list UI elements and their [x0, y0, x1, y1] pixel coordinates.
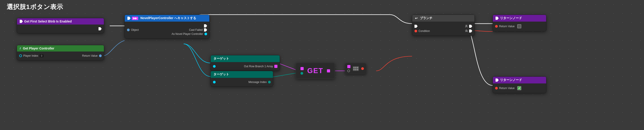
node-body: 真 Condition 偽: [412, 22, 474, 36]
get-out-pin: [327, 69, 330, 73]
player-index-row: Player Index 0 Return Value: [19, 54, 102, 57]
return-value-label: Return Value: [82, 54, 98, 57]
true-pin: [469, 25, 472, 28]
target-node-1: ターゲット Out Row Branch 1 Array: [210, 55, 280, 71]
message-index-pin: [268, 81, 271, 83]
node-title: ターゲット: [214, 73, 229, 77]
checkmark: ✓: [518, 87, 520, 90]
exec-row: 真: [414, 24, 472, 28]
false-pin: [469, 29, 472, 33]
get-right-pins: [327, 69, 330, 73]
branch-icon: ↩: [415, 16, 418, 20]
get-node: GET: [296, 62, 335, 79]
array-index-node: [345, 63, 366, 74]
node-header: ターゲット: [211, 55, 280, 62]
array-in-pin: [347, 65, 350, 68]
array-out-pin: [361, 67, 364, 70]
array-node-content: [347, 65, 364, 72]
exec-in-pin: [496, 17, 499, 20]
out-row-label: Out Row Branch 1 Array: [244, 65, 273, 68]
target-pin: [213, 65, 216, 68]
target-node-2: ターゲット Message Index: [210, 71, 273, 87]
get-left-pins: [300, 67, 304, 75]
player-index-label: Player Index: [23, 54, 38, 57]
node-title: Get Player Controller: [23, 47, 54, 50]
cast-badge: ▶▶: [132, 17, 138, 20]
exec-in-pin: [414, 25, 418, 28]
node-header: ↩ ブランチ: [412, 15, 474, 22]
node-title: NovelPlayerController へキャストする: [140, 16, 196, 20]
node-body: Return Value ✓: [493, 83, 546, 93]
function-icon: f: [20, 47, 20, 50]
node-body: Message Index: [211, 78, 273, 86]
return-value-checkbox-true: ✓: [517, 86, 521, 90]
get-label: GET: [307, 67, 323, 75]
return-label: Return Value: [499, 87, 514, 90]
return-pin: [495, 87, 498, 90]
node-body: Out Row Branch 1 Array: [211, 62, 280, 71]
return-row: Return Value ✓: [495, 86, 544, 90]
cast-node: ▶▶ NovelPlayerController へキャストする Object …: [124, 15, 210, 38]
player-index-value: 0: [40, 54, 44, 57]
node-body: Return Value: [493, 22, 546, 31]
player-index-pin: [19, 54, 22, 57]
node-header: f Get Player Controller: [17, 45, 104, 51]
true-label: 真: [465, 24, 468, 28]
get-content: GET: [300, 67, 330, 75]
array-index-pin: [347, 70, 350, 72]
cast-failed-pin: [204, 28, 207, 31]
target-row: Message Index: [213, 81, 271, 84]
node-body: [17, 25, 104, 33]
return-value-pin: [99, 54, 102, 57]
object-label: Object: [131, 28, 139, 31]
exec-out-row: [19, 27, 102, 30]
node-header: リターンノード: [493, 77, 546, 83]
out-row-pin: [274, 65, 278, 68]
node-title: ブランチ: [420, 16, 432, 20]
exec-row: [127, 24, 207, 27]
array-left-pins: [347, 65, 350, 72]
as-novel-row: As Novel Player Controller: [127, 32, 207, 36]
return-node-2: リターンノード Return Value ✓: [493, 77, 546, 93]
return-label: Return Value: [499, 25, 514, 28]
condition-label: Condition: [418, 29, 430, 33]
as-novel-label: As Novel Player Controller: [172, 32, 203, 36]
exec-out-pin: [204, 24, 207, 27]
get-in-pin-2: [300, 72, 303, 75]
condition-row: Condition 偽: [414, 29, 472, 33]
get-in-pin-1: [300, 67, 304, 70]
message-index-label: Message Index: [248, 81, 267, 84]
node-body: Object Cast Failed As Novel Player Contr…: [125, 22, 209, 38]
branch-node: ↩ ブランチ 真 Condition 偽: [412, 15, 475, 36]
target-row: Out Row Branch 1 Array: [213, 65, 278, 68]
exec-in-pin: [128, 17, 130, 20]
return-pin: [495, 25, 498, 28]
exec-out-pin: [98, 27, 102, 30]
return-node-1: リターンノード Return Value: [493, 15, 546, 31]
page-title: 選択肢1ボタン表示: [7, 3, 63, 11]
node-header: ▶▶ NovelPlayerController へキャストする: [125, 15, 209, 22]
node-title: リターンノード: [500, 16, 522, 20]
array-right-pins: [361, 67, 364, 70]
exec-in-pin: [496, 79, 499, 82]
cast-failed-label: Cast Failed: [189, 28, 203, 31]
node-title: ターゲット: [214, 57, 229, 61]
node-body: Player Index 0 Return Value: [17, 51, 104, 60]
node-title: リターンノード: [500, 78, 522, 82]
return-row: Return Value: [495, 24, 544, 28]
condition-pin: [414, 30, 417, 32]
node-header: ターゲット: [211, 71, 273, 78]
node-header: リターンノード: [493, 15, 546, 22]
get-player-controller-node: f Get Player Controller Player Index 0 R…: [17, 45, 104, 60]
object-pin: [127, 29, 130, 31]
exec-in-pin: [20, 20, 23, 23]
return-value-checkbox-false: [517, 24, 521, 28]
target-pin: [213, 81, 216, 83]
node-title: Get First Select Btnb Is Enabled: [24, 20, 72, 23]
get-first-select-node: Get First Select Btnb Is Enabled: [17, 18, 104, 33]
object-row: Object Cast Failed: [127, 28, 207, 31]
false-label: 偽: [465, 29, 468, 33]
array-icon: [353, 66, 359, 71]
node-header: Get First Select Btnb Is Enabled: [17, 18, 104, 25]
as-novel-pin: [204, 33, 207, 35]
